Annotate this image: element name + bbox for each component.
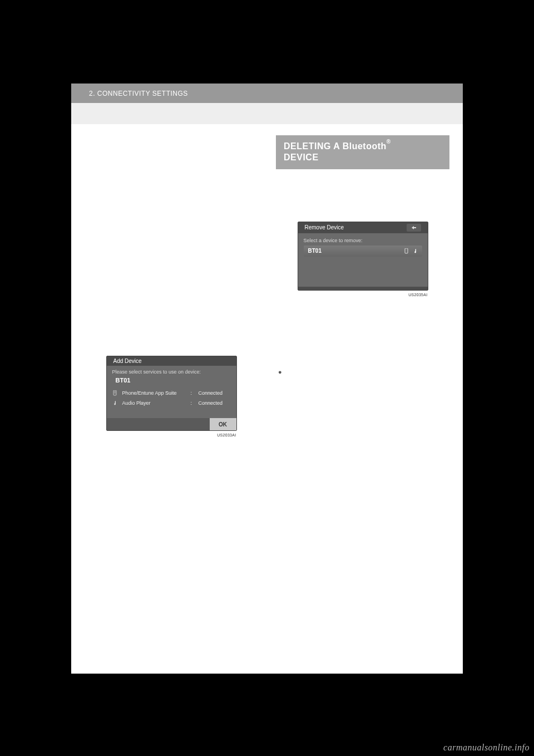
registered-mark: ® [387,139,391,145]
screen-prompt: Please select services to use on device: [112,369,231,375]
spacer [276,175,449,218]
section-header: 2. CONNECTIVITY SETTINGS [71,84,463,103]
image-id-label: US2033AI [217,433,236,437]
music-note-icon [413,248,418,254]
title-text-2: DEVICE [284,153,319,162]
image-id-label: US2035AI [408,293,427,297]
service-row-audio[interactable]: Audio Player : Connected [112,398,231,408]
breadcrumb: 2. CONNECTIVITY SETTINGS [89,90,188,97]
subheader-band [71,103,463,124]
ok-button[interactable]: OK [210,418,236,430]
left-column: Add Device Please select services to use… [85,135,258,436]
phone-icon [404,248,409,254]
back-arrow-icon [410,225,418,230]
title-text-1: DELETING A Bluetooth [284,141,387,151]
watermark: carmanualsonline.info [443,743,530,753]
device-capability-icons [404,248,418,254]
colon: : [191,400,194,406]
svg-rect-1 [114,391,116,394]
section-title: DELETING A Bluetooth® DEVICE [284,141,442,163]
service-status: Connected [199,400,231,406]
service-status: Connected [199,390,231,396]
music-note-icon [112,400,118,406]
screen-body: Select a device to remove: BT01 [298,233,428,287]
add-device-screenshot: Add Device Please select services to use… [106,356,237,431]
screen-title: Add Device [113,358,142,364]
service-label: Audio Player [122,400,186,406]
service-label: Phone/Entune App Suite [122,390,186,396]
device-list-item[interactable]: BT01 [304,246,422,257]
screen-prompt: Select a device to remove: [304,238,422,243]
screen-bottom-bar: OK [107,418,236,430]
section-title-box: DELETING A Bluetooth® DEVICE [276,135,449,169]
screen-titlebar: Add Device [107,356,236,366]
right-column: DELETING A Bluetooth® DEVICE Remove Devi… [276,135,449,436]
spacer [85,135,258,352]
two-column-body: Add Device Please select services to use… [71,124,463,436]
svg-rect-2 [405,248,408,253]
spacer [276,296,449,369]
bullet-marker: ● [276,369,449,375]
device-name-label: BT01 [308,248,322,254]
device-name-label: BT01 [116,377,231,384]
screen-body: Please select services to use on device:… [107,366,236,409]
remove-device-screenshot: Remove Device Select a device to remove:… [298,222,428,291]
screen-bottom-bar [298,287,428,290]
phone-icon [112,390,118,396]
back-button[interactable] [407,224,421,232]
screen-titlebar: Remove Device [298,222,428,233]
colon: : [191,390,194,396]
manual-page: 2. CONNECTIVITY SETTINGS Add Device Plea… [71,84,463,674]
service-row-phone[interactable]: Phone/Entune App Suite : Connected [112,388,231,398]
screen-title: Remove Device [305,224,344,230]
